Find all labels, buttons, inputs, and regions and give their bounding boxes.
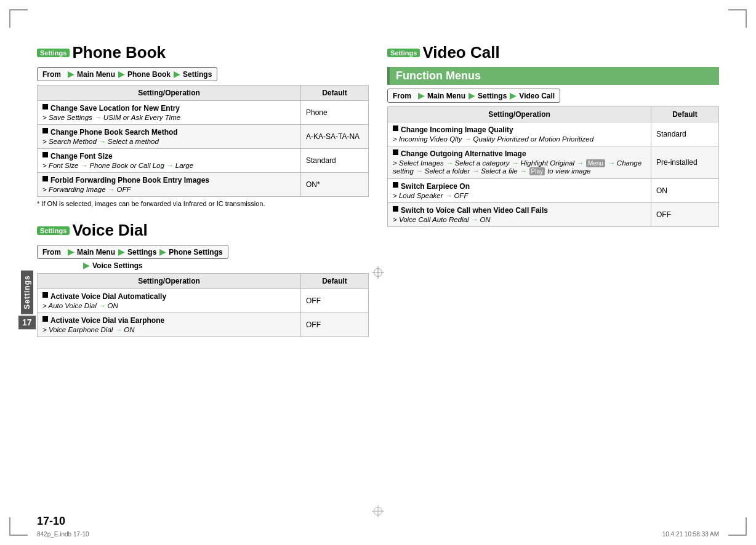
setting-main-row: Switch Earpiece On bbox=[393, 182, 646, 191]
setting-sub-text: > Loud Speaker → OFF bbox=[393, 192, 646, 199]
setting-sub-text: > Voice Earphone Dial → ON bbox=[42, 326, 296, 333]
setting-operation-cell: Change Font Size> Font Size → Phone Book… bbox=[38, 149, 301, 173]
setting-default-cell: Phone bbox=[301, 101, 369, 125]
table-row: Switch to Voice Call when Video Call Fai… bbox=[388, 203, 719, 227]
setting-operation-cell: Change Incoming Image Quality> Incoming … bbox=[388, 122, 651, 146]
table-row: Change Incoming Image Quality> Incoming … bbox=[388, 122, 719, 146]
setting-main-row: Change Phone Book Search Method bbox=[42, 128, 296, 137]
video-call-path-3: Video Call bbox=[519, 92, 555, 100]
setting-default-cell: ON bbox=[651, 179, 719, 203]
setting-operation-cell: Forbid Forwarding Phone Book Entry Image… bbox=[38, 173, 301, 197]
video-call-arrow-2: ▶ bbox=[468, 91, 475, 100]
video-call-arrow-1: ▶ bbox=[418, 91, 424, 100]
video-call-table: Setting/Operation Default Change Incomin… bbox=[387, 106, 719, 227]
setting-operation-cell: Change Outgoing Alternative Image> Selec… bbox=[388, 146, 651, 179]
setting-sub-text: > Forwarding Image → OFF bbox=[42, 186, 296, 193]
phone-book-path-2: Phone Book bbox=[127, 70, 171, 79]
bullet-icon bbox=[42, 104, 48, 109]
voice-dial-arrow-4: ▶ bbox=[83, 261, 89, 270]
bullet-icon bbox=[393, 149, 398, 155]
setting-operation-cell: Change Save Location for New Entry> Save… bbox=[38, 101, 301, 125]
setting-main-text: Activate Voice Dial via Earphone bbox=[50, 316, 164, 325]
setting-main-text: Change Outgoing Alternative Image bbox=[401, 149, 526, 158]
crosshair-circle bbox=[374, 268, 382, 277]
bullet-icon bbox=[42, 152, 48, 157]
corner-mark-bl bbox=[9, 517, 28, 536]
bullet-icon bbox=[42, 176, 48, 181]
voice-dial-arrow-2: ▶ bbox=[118, 247, 124, 257]
setting-default-cell: Standard bbox=[651, 122, 719, 146]
video-call-arrow-3: ▶ bbox=[510, 91, 516, 100]
setting-main-row: Change Incoming Image Quality bbox=[393, 125, 646, 134]
bullet-icon bbox=[42, 292, 48, 298]
setting-main-text: Switch to Voice Call when Video Call Fai… bbox=[401, 206, 548, 215]
voice-dial-path-3: Phone Settings bbox=[169, 248, 222, 257]
voice-dial-arrow-3: ▶ bbox=[159, 247, 166, 257]
table-row: Change Save Location for New Entry> Save… bbox=[38, 101, 369, 125]
corner-mark-tl bbox=[9, 9, 28, 28]
setting-main-row: Switch to Voice Call when Video Call Fai… bbox=[393, 206, 646, 215]
side-tab-label: Settings bbox=[21, 271, 33, 314]
setting-main-text: Change Save Location for New Entry bbox=[50, 104, 180, 113]
video-call-badge: Settings bbox=[387, 49, 420, 57]
voice-dial-section: Settings Voice Dial From ▶ Main Menu ▶ S… bbox=[37, 221, 369, 337]
setting-main-row: Change Outgoing Alternative Image bbox=[393, 149, 646, 158]
phone-book-path-3: Settings bbox=[183, 70, 212, 79]
phone-book-title: Settings Phone Book bbox=[37, 43, 369, 62]
page-number: 17-10 bbox=[37, 515, 65, 528]
setting-sub-text: > Auto Voice Dial → ON bbox=[42, 302, 296, 309]
setting-main-text: Change Phone Book Search Method bbox=[50, 128, 178, 137]
setting-operation-cell: Switch Earpiece On> Loud Speaker → OFF bbox=[388, 179, 651, 203]
bullet-icon bbox=[393, 125, 398, 131]
setting-default-cell: OFF bbox=[301, 313, 369, 337]
setting-sub-text: > Search Method → Select a method bbox=[42, 138, 296, 145]
from-arrow-1: ▶ bbox=[68, 70, 74, 79]
voice-dial-from-label: From bbox=[42, 248, 61, 257]
setting-sub-text: > Voice Call Auto Redial → ON bbox=[393, 216, 646, 223]
voice-dial-badge: Settings bbox=[37, 226, 70, 235]
function-menus-header: Function Menus bbox=[387, 67, 719, 85]
video-call-path-1: Main Menu bbox=[427, 92, 465, 100]
setting-default-cell: OFF bbox=[651, 203, 719, 227]
setting-main-row: Change Font Size bbox=[42, 152, 296, 161]
video-call-title: Settings Video Call bbox=[387, 43, 719, 62]
phone-book-table: Setting/Operation Default Change Save Lo… bbox=[37, 85, 369, 197]
from-arrow-2: ▶ bbox=[118, 70, 124, 79]
voice-dial-path-2: Settings bbox=[127, 248, 156, 257]
setting-main-row: Forbid Forwarding Phone Book Entry Image… bbox=[42, 176, 296, 185]
setting-default-cell: Pre-installed bbox=[651, 146, 719, 179]
setting-main-row: Change Save Location for New Entry bbox=[42, 104, 296, 113]
page-container: Settings 17 Settings Phone Book From ▶ M… bbox=[0, 0, 756, 545]
phone-book-from-label: From bbox=[42, 70, 61, 79]
setting-operation-cell: Switch to Voice Call when Video Call Fai… bbox=[388, 203, 651, 227]
phone-book-col1: Setting/Operation bbox=[38, 86, 301, 101]
setting-default-cell: A-KA-SA-TA-NA bbox=[301, 125, 369, 149]
video-call-path-2: Settings bbox=[478, 92, 507, 100]
footer-left: 842p_E.indb 17-10 bbox=[37, 531, 89, 538]
phone-book-section: Settings Phone Book From ▶ Main Menu ▶ P… bbox=[37, 43, 369, 207]
voice-dial-col2: Default bbox=[301, 274, 369, 289]
setting-main-row: Activate Voice Dial via Earphone bbox=[42, 316, 296, 325]
table-row: Change Outgoing Alternative Image> Selec… bbox=[388, 146, 719, 179]
side-tab-number: 17 bbox=[18, 316, 36, 329]
voice-dial-col1: Setting/Operation bbox=[38, 274, 301, 289]
setting-sub-text: > Select Images → Select a category → Hi… bbox=[393, 159, 646, 175]
bullet-icon bbox=[42, 128, 48, 133]
setting-main-text: Forbid Forwarding Phone Book Entry Image… bbox=[50, 176, 209, 185]
bullet-icon bbox=[393, 182, 398, 188]
setting-operation-cell: Activate Voice Dial via Earphone> Voice … bbox=[38, 313, 301, 337]
table-row: Switch Earpiece On> Loud Speaker → OFFON bbox=[388, 179, 719, 203]
setting-sub-text: > Save Settings → USIM or Ask Every Time bbox=[42, 114, 296, 121]
corner-mark-br bbox=[728, 517, 747, 536]
phone-book-from-bar: From ▶ Main Menu ▶ Phone Book ▶ Settings bbox=[37, 67, 217, 81]
video-call-from-label: From bbox=[393, 92, 411, 100]
setting-operation-cell: Activate Voice Dial Automatically> Auto … bbox=[38, 289, 301, 313]
voice-dial-path-1: Main Menu bbox=[77, 248, 115, 257]
voice-dial-title: Settings Voice Dial bbox=[37, 221, 369, 240]
table-row: Activate Voice Dial Automatically> Auto … bbox=[38, 289, 369, 313]
side-tab-container: Settings 17 bbox=[18, 271, 36, 329]
setting-main-row: Activate Voice Dial Automatically bbox=[42, 292, 296, 301]
setting-default-cell: OFF bbox=[301, 289, 369, 313]
setting-main-text: Switch Earpiece On bbox=[401, 182, 470, 191]
table-row: Change Phone Book Search Method> Search … bbox=[38, 125, 369, 149]
